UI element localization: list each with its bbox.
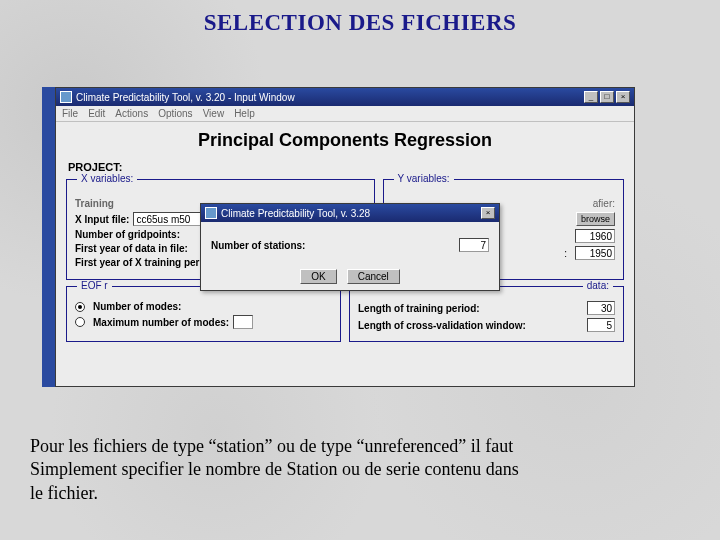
menu-help[interactable]: Help (234, 108, 255, 119)
len-train-field[interactable] (587, 301, 615, 315)
menu-actions[interactable]: Actions (115, 108, 148, 119)
eof-legend: EOF r (77, 280, 112, 291)
first-year-file-label: First year of data in file: (75, 243, 188, 254)
num-modes-radio[interactable] (75, 302, 85, 312)
stations-dialog: Climate Predictability Tool, v. 3.28 × N… (200, 203, 500, 291)
slide-title: SELECTION DES FICHIERS (0, 0, 720, 36)
x-input-file-label: X Input file: (75, 214, 129, 225)
menu-view[interactable]: View (203, 108, 225, 119)
x-variables-legend: X variables: (77, 173, 137, 184)
menu-edit[interactable]: Edit (88, 108, 105, 119)
dialog-title: Climate Predictability Tool, v. 3.28 (221, 208, 370, 219)
browse-button[interactable]: browse (576, 212, 615, 226)
year-a-field[interactable] (575, 229, 615, 243)
afier-label: afier: (593, 198, 615, 209)
num-modes-label: Number of modes: (93, 301, 181, 312)
x-input-file-field[interactable] (133, 212, 208, 226)
close-button[interactable]: × (616, 91, 630, 103)
ok-button[interactable]: OK (300, 269, 336, 284)
num-stations-label: Number of stations: (211, 240, 305, 251)
max-modes-field[interactable] (233, 315, 253, 329)
max-modes-label: Maximum number of modes: (93, 317, 229, 328)
page-heading: Principal Components Regression (56, 122, 634, 161)
dialog-close-button[interactable]: × (481, 207, 495, 219)
num-gridpoints-label: Number of gridpoints: (75, 229, 180, 240)
training-label: Training (75, 198, 114, 209)
num-stations-field[interactable] (459, 238, 489, 252)
cv-window-label: Length of cross-validation window: (358, 320, 526, 331)
background-window-sliver (42, 87, 55, 387)
menu-options[interactable]: Options (158, 108, 192, 119)
caption-line-2: Simplement specifier le nombre de Statio… (30, 459, 519, 479)
caption-line-1: Pour les fichiers de type “station” ou d… (30, 436, 513, 456)
dialog-app-icon (205, 207, 217, 219)
year-b-field[interactable] (575, 246, 615, 260)
eof-group: EOF r Number of modes: Maximum number of… (66, 286, 341, 342)
len-train-label: Length of training period: (358, 303, 480, 314)
project-label: PROJECT: (56, 161, 634, 179)
menu-bar: File Edit Actions Options View Help (56, 106, 634, 122)
maximize-button[interactable]: □ (600, 91, 614, 103)
dialog-titlebar: Climate Predictability Tool, v. 3.28 × (201, 204, 499, 222)
first-year-train-label: First year of X training per (75, 257, 199, 268)
main-window-titlebar: Climate Predictability Tool, v. 3.20 - I… (56, 88, 634, 106)
slide-caption: Pour les fichiers de type “station” ou d… (30, 435, 519, 505)
data-legend: data: (583, 280, 613, 291)
caption-line-3: le fichier. (30, 483, 98, 503)
cv-window-field[interactable] (587, 318, 615, 332)
minimize-button[interactable]: _ (584, 91, 598, 103)
data-group: data: Length of training period: Length … (349, 286, 624, 342)
main-window-title: Climate Predictability Tool, v. 3.20 - I… (76, 92, 295, 103)
menu-file[interactable]: File (62, 108, 78, 119)
y-variables-legend: Y variables: (394, 173, 454, 184)
cancel-button[interactable]: Cancel (347, 269, 400, 284)
app-icon (60, 91, 72, 103)
max-modes-radio[interactable] (75, 317, 85, 327)
